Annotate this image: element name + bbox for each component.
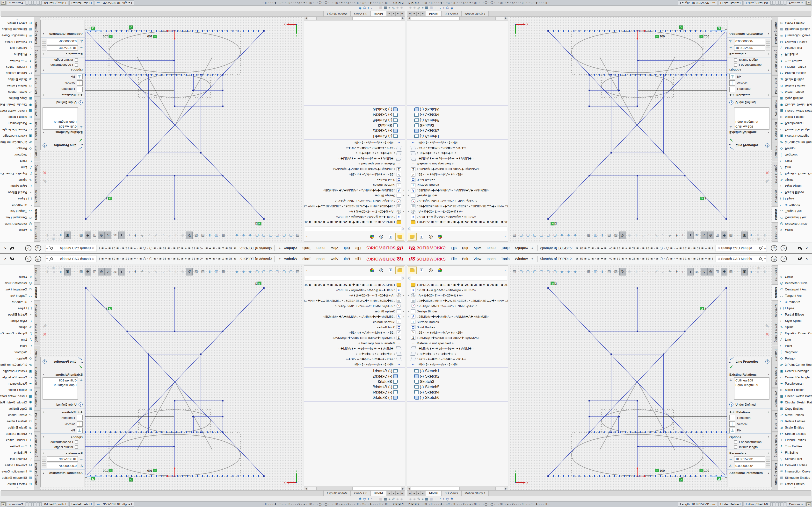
toolbar-icon[interactable]: ▢ [267, 231, 274, 239]
commandmanager-tab[interactable]: Sketch [34, 207, 40, 223]
unit-system-selector[interactable]: Custom▴ [7, 502, 25, 507]
spin-up-icon[interactable]: ▲ [766, 457, 770, 459]
search-box[interactable]: ◇ Search CAD Models ▾ [716, 245, 767, 252]
toolbar-icon[interactable]: ◡ [647, 268, 653, 276]
commandmanager-tab[interactable]: Evaluate [772, 346, 778, 364]
toolbar-icon[interactable]: ✚ [721, 268, 727, 276]
sketch-tool-item[interactable]: ▰ Parallelogram [0, 120, 34, 127]
ghost-window-control-icon[interactable]: × [763, 237, 765, 241]
sketch-tool-item[interactable]: ▭ Corner Rectangle [0, 374, 34, 380]
toolbar-icon[interactable]: ▢ [274, 231, 281, 239]
tree-splitter[interactable] [304, 139, 405, 140]
sketch-tree-item[interactable]: (-) Sketch5 [407, 384, 508, 390]
cancel-sketch-icon[interactable]: × [43, 169, 47, 176]
commandmanager-tab[interactable]: Features [772, 265, 778, 284]
toolbar-icon[interactable]: ◆ [572, 231, 578, 239]
ghost-window-control-icon[interactable]: ▫ [752, 266, 754, 270]
parameter-value-field[interactable]: 0.00000000° [47, 463, 78, 468]
spin-up-icon[interactable]: ▲ [42, 48, 46, 51]
document-tab[interactable]: Motion Study 1 [323, 11, 351, 17]
toolbar-icon[interactable]: ▧ [193, 231, 199, 239]
toolbar-icon[interactable]: ↻ [186, 268, 193, 276]
collapse-icon[interactable]: ∧ [43, 411, 45, 414]
commandmanager-tab[interactable]: Data Migration [34, 19, 40, 47]
view-toolbar-icon[interactable]: ◑ [367, 6, 369, 10]
toolbar-icon[interactable]: ▦ [220, 268, 226, 276]
toolbar-icon[interactable]: ▢ [260, 268, 267, 276]
toolbar-icon[interactable]: ⊕ [179, 268, 186, 276]
toolbar-icon[interactable]: ∟ [125, 231, 132, 239]
toolbar-icon[interactable]: ◫ [91, 231, 98, 239]
sketch-tool-item[interactable]: ╮ Sketch Fillet [778, 45, 812, 51]
checkbox[interactable] [75, 63, 78, 67]
sketch-tool-item[interactable]: ▰ Parallelogram [778, 380, 812, 387]
menu-item[interactable]: View [471, 255, 484, 262]
sketch-tool-item[interactable]: ∿ Spline [0, 177, 34, 183]
view-toolbar-icon[interactable]: ◔ [439, 497, 441, 501]
tree-item[interactable]: ▸ ⬒ Solid Bodies [407, 177, 508, 182]
sketch-tree-item[interactable]: (-) Sketch4 [304, 390, 405, 395]
sketch-tool-item[interactable]: ╱ Line [0, 336, 34, 343]
menu-item[interactable]: Insert [484, 245, 499, 252]
close-button[interactable]: × [803, 256, 810, 262]
sketch-tree-item[interactable]: (-) Sketch1 [304, 133, 405, 139]
view-toolbar-icon[interactable]: ✱ [451, 497, 453, 501]
sketch-tool-item[interactable]: ✗ Trim Entities [0, 58, 34, 64]
ok-check-icon[interactable]: ✓ [727, 364, 771, 371]
add-relation-button[interactable]: ─ Horizontal [41, 86, 85, 93]
tab-nav-icon[interactable]: ▶ [387, 491, 391, 495]
collapse-icon[interactable]: ∧ [43, 52, 45, 55]
sketch-tool-item[interactable]: ↻ Rotate Entities [778, 418, 812, 424]
commandmanager-tab[interactable]: Surfaces [772, 301, 778, 320]
toolbar-icon[interactable]: ↻ [619, 268, 626, 276]
view-toolbar-icon[interactable]: ◔ [371, 6, 373, 10]
sketch-tool-item[interactable]: ≀ Style Spline [778, 318, 812, 324]
toolbar-icon[interactable]: ▣ [64, 231, 71, 239]
ghost-window-control-icon[interactable]: × [47, 237, 49, 241]
toolbar-icon[interactable]: ◆ [558, 231, 565, 239]
tab-dimxpertmanager[interactable] [426, 233, 435, 241]
tree-item[interactable]: ▸ ○✚ΜΝ◎∗+○✱⊙Ι○∘○Ι⊙✱○+∗◎ΝΜ✚○ [304, 156, 405, 161]
commandmanager-tab[interactable]: Data Migration [772, 19, 778, 47]
tree-filter-input[interactable] [411, 226, 507, 231]
view-toolbar-icon[interactable]: ▦ [425, 497, 428, 501]
toolbar-icon[interactable]: ▢ [281, 231, 287, 239]
sketch-tool-item[interactable]: ◎ Perimeter Circle [778, 280, 812, 286]
sketch-tree-item[interactable]: Sketch3 [407, 123, 508, 128]
panel-help-icon[interactable]: ? [765, 359, 769, 363]
status-corner-icon[interactable]: ◈ [1, 502, 6, 506]
toolbar-icon[interactable]: 3D [112, 268, 118, 276]
sketch-tool-item[interactable]: ⊤ Extend Entities [0, 64, 34, 70]
commandmanager-tab[interactable]: Sheet Metal [772, 119, 778, 143]
tree-item[interactable]: ▸ TЯPDL2. ◉ 3Ε ◉ Ш ◉ ◦ ◉ ✚ ◉ ⊃C ◉ 3Ε ◉ ∗… [407, 282, 508, 287]
document-tab[interactable]: Motion Study 1 [323, 490, 351, 496]
document-tab[interactable]: 3D Views [351, 11, 370, 17]
checkbox[interactable] [734, 445, 737, 449]
sketch-tool-item[interactable]: ≀ Style Spline [0, 318, 34, 324]
collapse-icon[interactable]: ∧ [767, 93, 769, 96]
view-toolbar-icon[interactable]: ▦ [384, 6, 387, 10]
toolbar-icon[interactable]: ◔ [734, 268, 741, 276]
parameters-header[interactable]: Parameters [45, 52, 83, 56]
expand-arrow-icon[interactable]: ▸ [408, 294, 411, 297]
toolbar-icon[interactable]: ◠ [166, 231, 172, 239]
search-input[interactable]: Search CAD Models [721, 257, 758, 261]
sketch-tool-item[interactable]: ◠ Centerpoint Arc [778, 215, 812, 221]
scrollbar-thumb[interactable] [459, 16, 496, 20]
sketch-tool-item[interactable]: ┆ Segment [778, 152, 812, 158]
tree-item[interactable]: ▸ ⌙ ○ΜΝ∘9∘∗◎○∘○◎∗∘9∘ΝΜ○ [407, 141, 508, 146]
checkbox[interactable] [734, 440, 737, 444]
checkbox[interactable] [75, 440, 78, 444]
menu-item[interactable]: Insert [314, 245, 328, 252]
additional-parameters-header[interactable]: Additional Parameters [729, 32, 767, 36]
sketch-tool-item[interactable]: ⊡ Convert Entities [0, 462, 34, 468]
toolbar-icon[interactable]: ▢ [288, 268, 294, 276]
sketch-tool-item[interactable]: ▣ Center Rectangle [0, 133, 34, 139]
sketch-tool-item[interactable]: ◡ Tangent Arc [778, 208, 812, 215]
more-tools-icon[interactable]: » [15, 471, 19, 491]
sketch-tool-item[interactable]: ╮ Sketch Fillet [778, 456, 812, 462]
sketch-tool-item[interactable]: ╰ Fit Spline [0, 449, 34, 456]
toolbar-icon[interactable]: ↻ [186, 231, 193, 239]
toolbar-icon[interactable]: ∿ [701, 231, 707, 239]
sketch-tool-item[interactable]: ╱ Line [778, 164, 812, 171]
